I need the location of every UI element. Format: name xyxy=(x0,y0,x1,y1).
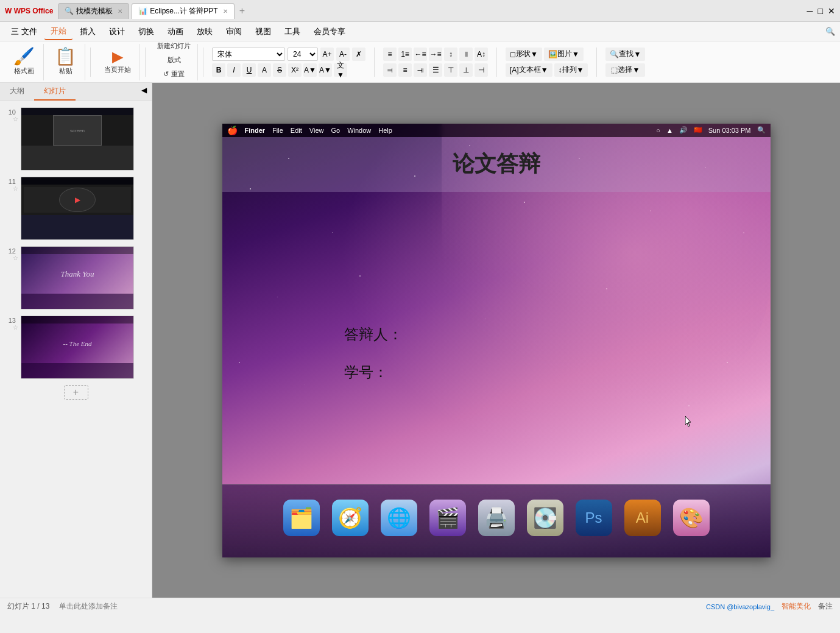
image-button[interactable]: 🖼️ 图片▼ xyxy=(544,48,584,61)
slide-content-section: 答辩人： 学号： xyxy=(222,192,771,515)
slide-thumb-10[interactable]: screen xyxy=(21,107,134,171)
dock-video-icon[interactable]: 🎬 xyxy=(429,500,466,536)
add-slide-button[interactable]: + xyxy=(64,385,88,400)
menu-tools[interactable]: 工具 xyxy=(278,24,306,40)
slide-thumb-13[interactable]: -- The End xyxy=(21,316,134,379)
layout-button[interactable]: 版式 xyxy=(154,54,194,66)
tab-ppt[interactable]: 📊 Eclipse...计 答辩PPT ✕ xyxy=(132,3,234,19)
textbox-label: 文本框 xyxy=(519,65,541,75)
dock-storage-icon[interactable]: 💽 xyxy=(527,500,563,536)
slide-12-text: Thank You xyxy=(61,269,94,279)
menu-home[interactable]: 开始 xyxy=(44,23,72,40)
reset-button[interactable]: ↺ 重置 xyxy=(154,68,194,80)
volume-icon: 🔊 xyxy=(679,126,688,134)
tab-slides[interactable]: 幻灯片 xyxy=(34,83,76,101)
menu-design[interactable]: 设计 xyxy=(103,24,131,40)
slide-number-13: 13 xyxy=(4,317,16,324)
align-right-button[interactable]: ⫣ xyxy=(414,63,427,77)
valign-bot-button[interactable]: ⊣ xyxy=(475,63,488,77)
toolbar-sep-2 xyxy=(145,48,146,77)
search-menu-icon[interactable]: 🔍 xyxy=(825,27,835,36)
char-spacing-button[interactable]: 文▼ xyxy=(334,63,347,77)
select-button[interactable]: ⬚ 选择▼ xyxy=(605,63,645,77)
dock-illustrator-icon[interactable]: Ai xyxy=(624,500,661,536)
dock-printer-icon[interactable]: 🖨️ xyxy=(478,500,515,536)
font-decrease-button[interactable]: A- xyxy=(336,48,350,61)
status-bar: 幻灯片 1 / 13 单击此处添加备注 CSDN @bivazoplavig_ … xyxy=(0,598,840,615)
menu-vip[interactable]: 会员专享 xyxy=(308,24,351,40)
slide-viewer: 🍎 Finder File Edit View Go Window Help ○… xyxy=(152,83,840,598)
underline-button[interactable]: U xyxy=(242,63,256,77)
increase-indent-button[interactable]: →≡ xyxy=(429,48,442,61)
column-button[interactable]: ⫴ xyxy=(459,48,473,61)
wps-logo: W WPS Office xyxy=(5,7,53,15)
menu-view[interactable]: 视图 xyxy=(249,24,277,40)
textbox-button[interactable]: [A] 文本框▼ xyxy=(506,63,552,77)
minimize-button[interactable]: ─ xyxy=(807,6,813,16)
tab-outline[interactable]: 大纲 xyxy=(0,83,34,101)
menu-insert[interactable]: 插入 xyxy=(74,24,102,40)
menu-transitions[interactable]: 切换 xyxy=(132,24,160,40)
align-center-button[interactable]: ≡ xyxy=(398,63,412,77)
dock-globe-icon[interactable]: 🌐 xyxy=(381,500,417,536)
slide-field-presenter: 答辩人： xyxy=(344,325,403,344)
arrange-label: 排列 xyxy=(562,65,577,75)
dock-finder-icon[interactable]: 🗂️ xyxy=(283,500,320,536)
dock-safari-icon[interactable]: 🧭 xyxy=(332,500,369,536)
clear-format-button[interactable]: ✗ xyxy=(352,48,365,61)
menu-review[interactable]: 审阅 xyxy=(220,24,248,40)
align-left-button[interactable]: ⫤ xyxy=(383,63,397,77)
highlight-button[interactable]: A▼ xyxy=(303,63,317,77)
slide-item-10[interactable]: 10 ☆ screen xyxy=(2,106,149,172)
shape-button[interactable]: ◻ 形状▼ xyxy=(506,48,542,61)
line-spacing-button[interactable]: ↕ xyxy=(444,48,457,61)
font-increase-button[interactable]: A+ xyxy=(320,48,334,61)
new-slide-button[interactable]: 📄+ 新建幻灯片 xyxy=(154,41,194,52)
paste-button[interactable]: 📋 粘贴 xyxy=(50,46,81,79)
direction-button[interactable]: A↕ xyxy=(475,48,488,61)
decrease-indent-button[interactable]: ←≡ xyxy=(414,48,427,61)
bold-button[interactable]: B xyxy=(212,63,225,77)
strikethrough-button[interactable]: S xyxy=(273,63,286,77)
slide-canvas[interactable]: 🍎 Finder File Edit View Go Window Help ○… xyxy=(222,124,771,557)
collapse-sidebar-button[interactable]: ◀ xyxy=(136,83,152,101)
tab-templates-close[interactable]: ✕ xyxy=(118,8,122,15)
close-button[interactable]: ✕ xyxy=(828,6,835,16)
slide-item-11[interactable]: 11 ☆ ▶ xyxy=(2,175,149,241)
slide-item-13[interactable]: 13 ☆ -- The End xyxy=(2,314,149,380)
menu-file[interactable]: 三 文件 xyxy=(5,24,43,40)
dock-colorsync-icon[interactable]: 🎨 xyxy=(673,500,710,536)
bullet-list-button[interactable]: ≡ xyxy=(383,48,397,61)
sidebar-slides-list: 10 ☆ screen 11 ☆ xyxy=(0,101,152,598)
add-tab-button[interactable]: + xyxy=(239,5,245,16)
notes-label[interactable]: 备注 xyxy=(818,601,833,612)
font-color-button[interactable]: A xyxy=(258,63,271,77)
italic-button[interactable]: I xyxy=(227,63,241,77)
slide-star-11: ☆ xyxy=(6,185,18,192)
numbered-list-button[interactable]: 1≡ xyxy=(398,48,412,61)
ai-enhance-button[interactable]: 智能美化 xyxy=(782,601,811,612)
slide-thumb-11[interactable]: ▶ xyxy=(21,177,134,240)
dock-photoshop-icon[interactable]: Ps xyxy=(576,500,612,536)
valign-top-button[interactable]: ⊤ xyxy=(444,63,457,77)
tab-templates[interactable]: 🔍 找模壳模板 ✕ xyxy=(58,3,129,19)
menu-animation[interactable]: 动画 xyxy=(161,24,189,40)
find-button[interactable]: 🔍 查找▼ xyxy=(605,48,645,61)
valign-mid-button[interactable]: ⊥ xyxy=(459,63,473,77)
current-page-button[interactable]: ▶ 当页开始 xyxy=(99,46,136,79)
menu-help-item: Help xyxy=(378,127,392,134)
slide-item-12[interactable]: 12 ☆ Thank You xyxy=(2,245,149,311)
notes-placeholder[interactable]: 单击此处添加备注 xyxy=(59,601,118,612)
slide-thumb-12[interactable]: Thank You xyxy=(21,246,134,309)
justify-button[interactable]: ☰ xyxy=(429,63,442,77)
maximize-button[interactable]: □ xyxy=(818,6,823,16)
superscript-button[interactable]: X² xyxy=(288,63,302,77)
format-paint-button[interactable]: 🖌️ 格式画 xyxy=(9,46,40,79)
font-size-select[interactable]: 24 xyxy=(288,48,318,61)
tab-ppt-close[interactable]: ✕ xyxy=(223,8,228,15)
font-family-select[interactable]: 宋体 xyxy=(212,48,285,61)
new-slide-label: 新建幻灯片 xyxy=(157,41,191,51)
menu-slideshow[interactable]: 放映 xyxy=(191,24,219,40)
font-bg-button[interactable]: A▼ xyxy=(319,63,332,77)
arrange-button[interactable]: ↕ 排列▼ xyxy=(554,63,588,77)
